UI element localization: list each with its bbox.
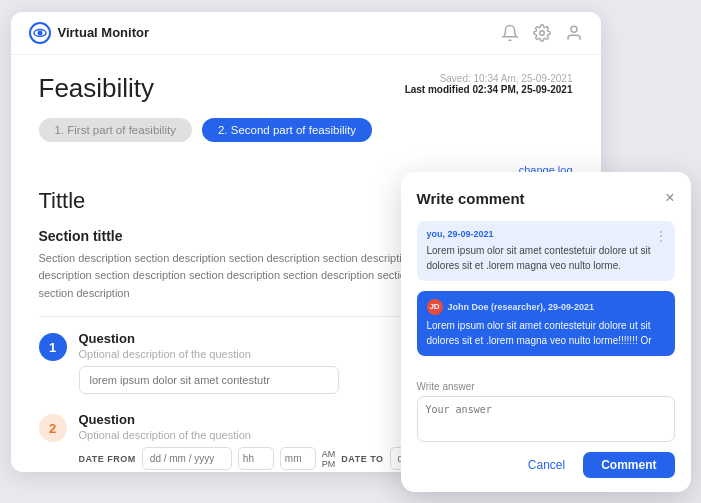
comment-button[interactable]: Comment: [583, 452, 674, 478]
meta-time: Saved: 10:34 Am, 25-09-2021: [405, 73, 573, 84]
date-to-label: DATE TO: [341, 454, 383, 464]
page-header: Feasibility Saved: 10:34 Am, 25-09-2021 …: [39, 73, 573, 104]
date-from-input[interactable]: [142, 447, 232, 470]
comment-2-author-row: JD John Doe (researcher), 29-09-2021: [427, 299, 665, 315]
step-2-button[interactable]: 2. Second part of feasibility: [202, 118, 372, 142]
svg-point-3: [539, 30, 544, 35]
app-title: Virtual Monitor: [58, 25, 149, 40]
top-bar: Virtual Monitor: [11, 12, 601, 55]
gear-icon[interactable]: [533, 24, 551, 42]
dialog-header: Write comment ×: [417, 190, 675, 207]
page-title: Feasibility: [39, 73, 155, 104]
answer-textarea[interactable]: [417, 396, 675, 442]
user-icon[interactable]: [565, 24, 583, 42]
page-meta: Saved: 10:34 Am, 25-09-2021 Last modifie…: [405, 73, 573, 95]
meta-modified: Last modified 02:34 PM, 25-09-2021: [405, 84, 573, 95]
question-1-input[interactable]: [79, 366, 339, 394]
dialog-title: Write comment: [417, 190, 525, 207]
time-from-input[interactable]: [238, 447, 274, 470]
comment-1-date: you, 29-09-2021: [427, 229, 665, 239]
logo-icon: [29, 22, 51, 44]
min-from-input[interactable]: [280, 447, 316, 470]
comment-1-text: Lorem ipsum olor sit amet contestetuir d…: [427, 243, 665, 273]
question-1-badge: 1: [39, 333, 67, 361]
comment-dialog: Write comment × you, 29-09-2021 Lorem ip…: [401, 172, 691, 492]
app-container: Virtual Monitor Feasibility Sav: [11, 12, 691, 492]
dialog-actions: Cancel Comment: [417, 452, 675, 478]
comment-2-bubble: JD John Doe (researcher), 29-09-2021 Lor…: [417, 291, 675, 356]
comment-2-author: John Doe (researcher), 29-09-2021: [448, 302, 595, 312]
close-button[interactable]: ×: [665, 190, 674, 206]
question-2-badge: 2: [39, 414, 67, 442]
comment-1-bubble: you, 29-09-2021 Lorem ipsum olor sit ame…: [417, 221, 675, 281]
comment-2-text: Lorem ipsum olor sit amet contestetuir d…: [427, 318, 665, 348]
svg-point-2: [37, 30, 42, 35]
comment-2-avatar: JD: [427, 299, 443, 315]
date-from-label: DATE FROM: [79, 454, 136, 464]
svg-point-4: [571, 26, 577, 32]
steps-row: 1. First part of feasibility 2. Second p…: [39, 118, 573, 142]
write-answer-label: Write answer: [417, 381, 675, 392]
step-1-button[interactable]: 1. First part of feasibility: [39, 118, 192, 142]
top-bar-right: [501, 24, 583, 42]
comment-1-dots[interactable]: ⋮: [655, 229, 667, 243]
bell-icon[interactable]: [501, 24, 519, 42]
ampm-label: AMPM: [322, 449, 336, 469]
cancel-button[interactable]: Cancel: [518, 452, 575, 478]
logo-area: Virtual Monitor: [29, 22, 149, 44]
comments-list: you, 29-09-2021 Lorem ipsum olor sit ame…: [417, 221, 675, 371]
